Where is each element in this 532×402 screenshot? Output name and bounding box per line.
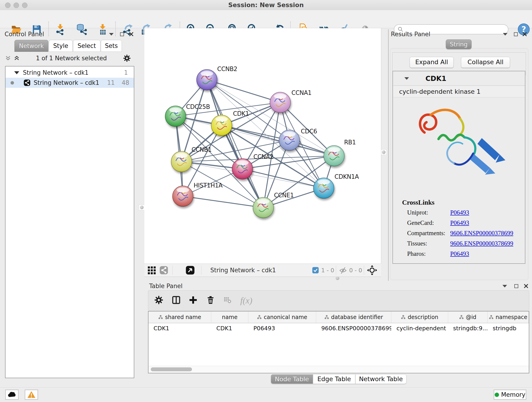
column-header-database-identifier[interactable]: database identifier [316,312,391,323]
network-node[interactable] [196,70,217,90]
network-row-label: String Network – cdk1 [34,79,99,86]
table-row[interactable]: CDK1CDK1P064939606.ENSP00000378699cyclin… [148,323,529,333]
network-collection-row[interactable]: String Network – cdk1 1 [6,68,134,78]
node-label: RB1 [344,139,356,146]
right-splitter-handle[interactable] [381,149,387,155]
table-panel-title: Table Panel [149,283,183,289]
memory-button[interactable]: Memory [494,390,526,400]
network-edge[interactable] [183,196,263,208]
network-status-dot-icon [11,81,14,85]
panel-close-icon[interactable] [522,32,527,36]
tab-string[interactable]: String [446,39,472,49]
grid-view-button[interactable] [147,264,156,277]
gene-section-header[interactable]: CDK1 [393,71,525,86]
status-bar: Memory [0,387,532,402]
show-columns-button[interactable] [172,295,181,306]
node-label: HIST1H1A [194,182,223,189]
panel-close-icon[interactable] [129,32,133,36]
panel-menu-caret-icon[interactable] [503,33,507,36]
shared-column-icon [489,315,494,319]
expand-all-chevrons-icon[interactable] [5,55,11,61]
table-cell[interactable]: CDK1 [211,323,248,333]
column-header-label: namespace [496,314,527,320]
network-collection-label: String Network – cdk1 [23,69,89,76]
crosslink-value-link[interactable]: P06493 [450,209,469,219]
collapse-all-button[interactable]: Collapse All [461,57,510,68]
toolbar-separator [172,266,172,275]
crosslink-value-link[interactable]: P06493 [450,219,469,230]
delete-column-button[interactable] [206,296,215,305]
panel-menu-caret-icon[interactable] [502,285,507,287]
tab-network[interactable]: Network [14,40,48,52]
table-cell[interactable]: CDK1 [148,323,211,333]
column-header-canonical-name[interactable]: canonical name [248,312,316,323]
section-collapse-icon[interactable] [404,77,409,80]
cloud-status-button[interactable] [5,390,19,400]
network-node[interactable] [211,115,232,136]
main-toolbar: ? [0,10,532,28]
network-node[interactable] [270,92,291,113]
tab-sets[interactable]: Sets [101,40,122,52]
pan-tool-button[interactable] [367,264,377,277]
protein-structure-image [410,100,506,191]
node-label: CDC6 [301,128,317,135]
network-options-gear-icon[interactable] [123,54,131,62]
network-selection-status: 1 of 1 Network selected [20,55,123,62]
column-header-shared-name[interactable]: shared name [148,312,211,323]
birds-eye-toggle-button[interactable] [186,264,195,277]
shared-column-icon [401,315,405,319]
panel-close-icon[interactable] [524,284,528,288]
network-node[interactable] [324,146,344,166]
network-node[interactable] [171,151,192,172]
network-row-selected[interactable]: String Network – cdk1 11 48 [6,78,134,88]
panel-float-button[interactable] [120,32,124,36]
column-header-namespace[interactable]: namespace [488,312,529,323]
table-settings-button[interactable] [154,295,163,306]
left-splitter-handle[interactable] [139,205,145,210]
tab-style[interactable]: Style [49,40,73,52]
network-edge[interactable] [207,80,280,102]
bottom-splitter-handle[interactable] [336,276,339,280]
table-cell[interactable]: stringdb [488,323,529,333]
network-node[interactable] [279,130,300,151]
table-cell[interactable]: stringdb:9... [448,323,488,333]
panel-float-button[interactable] [514,32,518,36]
network-node[interactable] [172,186,193,206]
tab-select[interactable]: Select [73,40,100,52]
warnings-button[interactable] [25,390,38,400]
table-cell[interactable]: P06493 [248,323,316,333]
network-node[interactable] [253,197,273,218]
edge-count: 48 [122,79,129,86]
network-view-button[interactable] [159,264,168,277]
column-header-label: database identifier [331,314,383,320]
column-header--id[interactable]: @id [448,312,488,323]
table-panel: Table Panel [140,281,532,387]
node-label: CCNA1 [291,89,312,96]
tab-edge-table[interactable]: Edge Table [313,374,355,384]
crosslink-value-link[interactable]: P06493 [450,250,469,261]
panel-float-button[interactable] [514,284,518,288]
crosslink-value-link[interactable]: 9606.ENSP00000378699 [450,240,513,250]
table-cell[interactable]: cyclin-dependent ... [391,323,448,333]
panel-menu-caret-icon[interactable] [109,33,114,36]
tab-node-table[interactable]: Node Table [271,374,313,384]
tab-network-table[interactable]: Network Table [355,374,406,384]
network-node[interactable] [313,178,334,198]
crosslink-value-link[interactable]: 9606.ENSP00000378699 [450,230,513,240]
network-node[interactable] [165,106,186,127]
table-toolbar: f(x) [148,290,529,311]
column-header-name[interactable]: name [211,312,248,323]
create-column-button[interactable] [189,296,197,305]
table-cell[interactable]: 9606.ENSP00000378699 [316,323,391,333]
horizontal-scrollbar[interactable] [148,366,529,373]
expand-all-button[interactable]: Expand All [410,57,454,68]
scrollbar-thumb[interactable] [151,367,192,371]
collapse-all-chevrons-icon[interactable] [14,55,20,61]
control-panel: Control Panel Network Style Select Sets … [2,29,135,380]
column-header-description[interactable]: description [391,312,448,323]
tree-expand-icon[interactable] [14,71,19,74]
shared-column-icon [158,315,163,319]
network-node[interactable] [232,159,253,179]
title-bar: Session: New Session [0,0,532,10]
network-canvas[interactable]: CCNB2CCNA1CDC25BCDK1CDC6RB1CCNB1CCNA2CDK… [144,28,381,264]
